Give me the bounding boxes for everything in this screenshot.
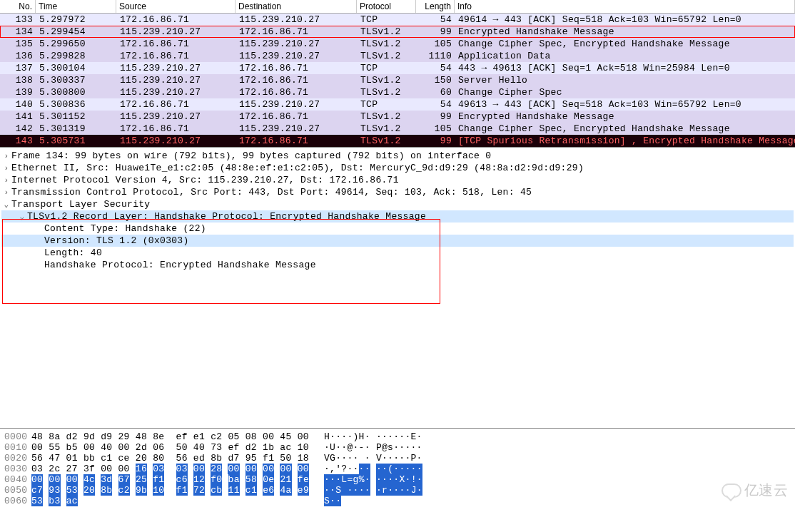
packet-row[interactable]: 1425.301319172.16.86.71115.239.210.27TLS… bbox=[0, 123, 795, 135]
hex-row[interactable]: 000048 8a d2 9d d9 29 48 8e ef e1 c2 05 … bbox=[4, 431, 791, 442]
tree-tls-record[interactable]: TLSv1.2 Record Layer: Handshake Protocol… bbox=[1, 210, 794, 222]
tree-tls[interactable]: Transport Layer Security bbox=[1, 198, 794, 210]
packet-row[interactable]: 1385.300337115.239.210.27172.16.86.71TLS… bbox=[0, 74, 795, 86]
hex-row[interactable]: 004000 00 00 4c 3d 67 25 f1 c6 12 f0 ba … bbox=[4, 474, 791, 485]
tree-length[interactable]: Length: 40 bbox=[1, 247, 794, 259]
tree-handshake-proto[interactable]: Handshake Protocol: Encrypted Handshake … bbox=[1, 259, 794, 271]
packet-row[interactable]: 1395.300800115.239.210.27172.16.86.71TLS… bbox=[0, 86, 795, 98]
hex-row[interactable]: 002056 47 01 bb c1 ce 20 80 56 ed 8b d7 … bbox=[4, 453, 791, 464]
col-info[interactable]: Info bbox=[455, 0, 795, 13]
tree-tcp[interactable]: Transmission Control Protocol, Src Port:… bbox=[1, 186, 794, 198]
chevron-icon[interactable] bbox=[1, 150, 11, 161]
hex-row[interactable]: 006053 b3 acS·· bbox=[4, 496, 791, 506]
packet-row[interactable]: 1355.299650172.16.86.71115.239.210.27TLS… bbox=[0, 38, 795, 50]
tree-version[interactable]: Version: TLS 1.2 (0x0303) bbox=[1, 235, 794, 247]
chevron-icon[interactable] bbox=[1, 187, 11, 198]
cloud-icon bbox=[721, 484, 741, 498]
tree-frame[interactable]: Frame 134: 99 bytes on wire (792 bits), … bbox=[1, 150, 794, 162]
packet-list: No. Time Source Destination Protocol Len… bbox=[0, 0, 795, 148]
packet-row[interactable]: 1435.305731115.239.210.27172.16.86.71TLS… bbox=[0, 135, 795, 147]
col-protocol[interactable]: Protocol bbox=[357, 0, 416, 13]
tree-ethernet[interactable]: Ethernet II, Src: HuaweiTe_e1:c2:05 (48:… bbox=[1, 162, 794, 174]
col-no[interactable]: No. bbox=[0, 0, 36, 13]
packet-row[interactable]: 1405.300836172.16.86.71115.239.210.27TCP… bbox=[0, 98, 795, 111]
packet-row[interactable]: 1335.297972172.16.86.71115.239.210.27TCP… bbox=[0, 14, 795, 26]
hex-row[interactable]: 0050c7 93 53 20 8b c2 9b 10 f1 72 cb 11 … bbox=[4, 485, 791, 496]
hex-row[interactable]: 003003 2c 27 3f 00 00 16 03 03 00 28 00 … bbox=[4, 464, 791, 474]
col-destination[interactable]: Destination bbox=[236, 0, 357, 13]
column-headers: No. Time Source Destination Protocol Len… bbox=[0, 0, 795, 14]
chevron-down-icon[interactable] bbox=[17, 211, 27, 222]
chevron-down-icon[interactable] bbox=[1, 199, 11, 210]
hex-dump: 000048 8a d2 9d d9 29 48 8e ef e1 c2 05 … bbox=[0, 429, 795, 532]
packet-details: Frame 134: 99 bytes on wire (792 bits), … bbox=[0, 148, 795, 429]
packet-row[interactable]: 1345.299454115.239.210.27172.16.86.71TLS… bbox=[0, 26, 795, 38]
packet-row[interactable]: 1415.301152115.239.210.27172.16.86.71TLS… bbox=[0, 111, 795, 123]
chevron-icon[interactable] bbox=[1, 175, 11, 185]
packet-row[interactable]: 1375.300104115.239.210.27172.16.86.71TCP… bbox=[0, 62, 795, 74]
col-source[interactable]: Source bbox=[116, 0, 236, 13]
col-length[interactable]: Length bbox=[416, 0, 455, 13]
tree-ip[interactable]: Internet Protocol Version 4, Src: 115.23… bbox=[1, 174, 794, 186]
packet-row[interactable]: 1365.299828172.16.86.71115.239.210.27TLS… bbox=[0, 50, 795, 62]
hex-row[interactable]: 001000 55 b5 00 40 00 2d 06 50 40 73 ef … bbox=[4, 442, 791, 453]
watermark: 亿速云 bbox=[721, 481, 788, 500]
col-time[interactable]: Time bbox=[36, 0, 116, 13]
tree-content-type[interactable]: Content Type: Handshake (22) bbox=[1, 222, 794, 235]
chevron-icon[interactable] bbox=[1, 163, 11, 173]
